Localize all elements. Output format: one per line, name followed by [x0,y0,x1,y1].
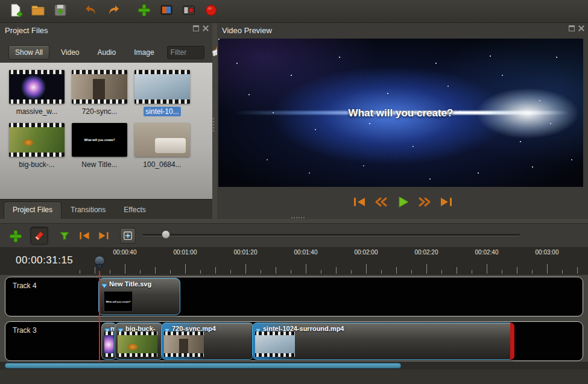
clip-720-sync[interactable]: 720-sync.mp4 [161,323,254,360]
ruler-label: 00:01:00 [167,249,203,256]
clip-sintel[interactable]: sintel-1024-surround.mp4 [252,323,514,360]
playhead-marker[interactable] [93,255,106,274]
open-folder-icon [31,3,45,20]
file-label: New Title... [68,160,131,169]
panel-splitter-handle[interactable] [213,118,214,119]
track-3[interactable]: Track 3 m big-buck- 720-sync.mp4 s [5,321,583,361]
track-label: Track 4 [13,282,37,290]
video-preview-panel: Video Preview What will you create? [217,23,588,219]
seek-start-button[interactable] [350,194,368,210]
video-overlay-text: What will you create? [218,107,583,119]
playhead-timecode: 00:00:31:15 [16,254,73,266]
float-panel-icon[interactable] [569,25,575,31]
file-item-massive[interactable]: massive_w... [5,70,68,121]
close-panel-icon[interactable] [578,25,584,31]
playback-controls [217,192,588,212]
choose-profile-button[interactable] [158,3,175,20]
close-panel-icon[interactable] [203,25,209,31]
export-video-icon [182,3,196,20]
undo-button[interactable] [83,3,100,20]
save-project-button[interactable] [52,3,69,20]
rewind-button[interactable] [372,194,390,210]
file-item-new-title[interactable]: What will you create? New Title... [68,123,131,174]
open-project-button[interactable] [30,3,46,20]
timeline-ruler[interactable]: 00:00:31:15 00:00:40 00:01:00 00:01:20 0… [0,247,588,275]
tab-transitions[interactable]: Transitions [62,201,115,219]
clip-right-trim-handle[interactable] [510,323,514,360]
starfield [218,39,220,40]
fast-forward-button[interactable] [416,194,434,210]
project-files-panel: Project Files Show All Video Audio Image… [0,23,212,219]
arrow-tool-button[interactable] [58,229,71,242]
undo-icon [84,3,98,20]
file-item-100-0684[interactable]: 100_0684... [131,123,194,174]
filter-input[interactable] [167,46,204,59]
clip-new-title[interactable]: New Title.svg What will you create? [98,278,180,315]
float-panel-icon[interactable] [193,25,199,31]
left-panel-tabs: Project Files Transitions Effects [0,199,212,219]
razor-tool-button[interactable] [30,227,48,245]
timeline-scrollbar-thumb[interactable] [5,363,401,368]
playhead-line [99,270,100,362]
file-item-720-sync[interactable]: 720-sync... [68,70,131,121]
clip-thumbnail [164,332,204,357]
jump-end-button[interactable] [96,229,111,242]
ruler-label: 00:02:00 [348,249,384,256]
zoom-slider-handle[interactable] [162,230,170,239]
clip-big-buck[interactable]: big-buck- [115,323,163,360]
file-thumbnail [9,70,65,104]
tab-effects[interactable]: Effects [115,201,154,219]
project-files-grid: massive_w... 720-sync... sintel-10... bi… [0,63,212,215]
redo-button[interactable] [105,3,122,20]
new-project-button[interactable] [7,3,24,20]
zoom-slider[interactable] [142,234,520,236]
import-files-button[interactable] [136,3,153,20]
project-files-title: Project Files [0,26,48,35]
ruler-label: 00:02:40 [469,249,505,256]
ruler-label: 00:01:20 [227,249,264,256]
add-track-button[interactable] [8,228,24,244]
record-button[interactable] [203,3,220,20]
clip-thumbnail: What will you create? [104,291,133,312]
file-thumbnail [134,123,190,157]
plus-icon [137,3,151,20]
file-label-selected: sintel-10... [131,107,194,116]
ruler-label: 00:03:00 [529,249,565,256]
file-thumbnail: What will you create? [72,123,127,157]
profile-icon [159,3,174,20]
project-files-header: Project Files [0,23,212,37]
file-item-sintel[interactable]: sintel-10... [131,70,194,121]
seek-end-icon [97,230,110,241]
filter-bar: Show All Video Audio Image [0,43,212,61]
filter-image-button[interactable]: Image [127,45,160,60]
export-video-button[interactable] [180,3,197,20]
play-button[interactable] [394,194,412,210]
jump-start-button[interactable] [77,229,92,242]
funnel-icon [58,230,71,242]
clip-thumb-text: What will you create? [106,300,131,303]
video-preview-frame: What will you create? [218,39,583,187]
file-thumbnail [134,70,190,104]
clip-thumbnail [104,332,114,357]
status-area [0,370,588,384]
file-label: massive_w... [5,107,68,116]
file-item-big-buck[interactable]: big-buck-... [5,123,68,174]
save-icon [53,3,68,20]
seek-end-button[interactable] [437,194,455,210]
filter-show-all-button[interactable]: Show All [8,45,49,60]
track-4[interactable]: Track 4 New Title.svg What will you crea… [5,277,583,316]
plus-icon [8,229,23,244]
title-thumb-text: What will you create? [84,138,115,142]
chevron-down-icon[interactable] [101,280,108,291]
filter-audio-button[interactable]: Audio [91,45,123,60]
clip-thumbnail [118,332,157,357]
tab-project-files[interactable]: Project Files [4,201,62,219]
video-preview-title: Video Preview [217,26,272,35]
clip-thumbnail [255,332,295,357]
openshot-window: Project Files Show All Video Audio Image… [0,0,588,384]
ruler-label: 00:02:20 [408,249,444,256]
filter-video-button[interactable]: Video [54,45,86,60]
timeline-scrollbar[interactable] [0,362,588,370]
horizontal-splitter-handle[interactable] [291,217,292,218]
center-playhead-button[interactable] [120,228,136,244]
